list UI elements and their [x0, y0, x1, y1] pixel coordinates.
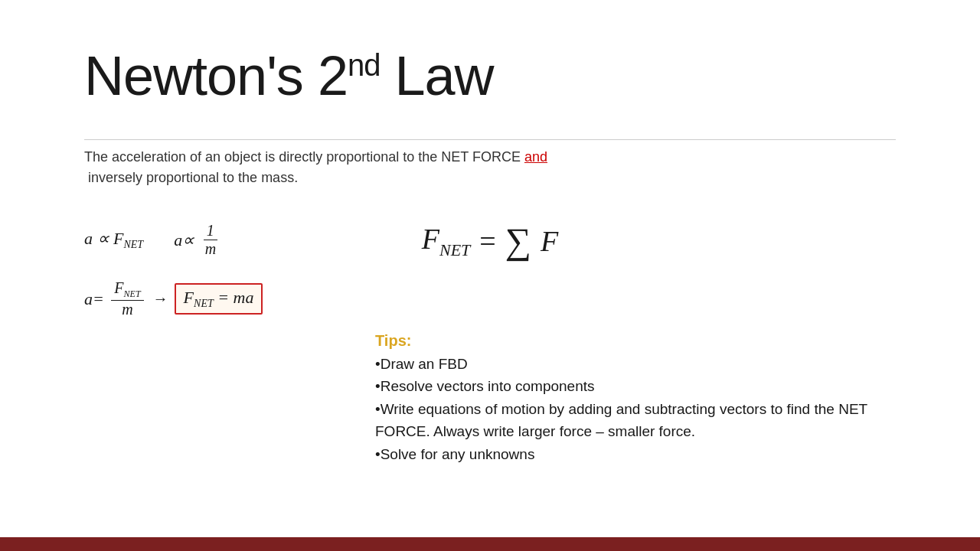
- sigma-symbol: ∑: [505, 223, 531, 259]
- large-equals: =: [479, 224, 495, 258]
- formula-proportional-fnet: a ∝ FNET: [84, 229, 143, 251]
- large-fnet: FNET: [422, 222, 471, 260]
- tip-item-1: •Draw an FBD: [375, 353, 896, 375]
- title-superscript: nd: [348, 48, 381, 82]
- subtitle-text: The acceleration of an object is directl…: [84, 147, 896, 188]
- math-row1: a ∝ FNET a ∝ 1 m: [84, 222, 375, 258]
- highlighted-formula: FNET = ma: [175, 283, 263, 315]
- slide: Newton's 2nd Law The acceleration of an …: [0, 0, 980, 551]
- large-f: F: [541, 224, 558, 258]
- tip-item-3: •Write equations of motion by adding and…: [375, 398, 896, 443]
- large-formula: FNET = ∑ F: [422, 222, 558, 260]
- math-left-section: a ∝ FNET a ∝ 1 m a = FNET m →: [84, 222, 375, 318]
- tip-item-2: •Resolve vectors into components: [375, 375, 896, 397]
- subtitle-before-and: The acceleration of an object is directl…: [84, 149, 524, 165]
- arrow-symbol: →: [153, 290, 168, 308]
- large-formula-section: FNET = ∑ F: [375, 222, 605, 260]
- tips-label: Tips:: [375, 329, 896, 353]
- subtitle-and-link[interactable]: and: [524, 149, 547, 165]
- title-divider: [84, 139, 896, 140]
- tip-item-4: •Solve for any unknowns: [375, 443, 896, 465]
- formula-acceleration: a = FNET m: [84, 279, 147, 318]
- page-title: Newton's 2nd Law: [84, 46, 896, 106]
- bottom-bar: [0, 537, 980, 551]
- fnet-equals-ma: FNET = ma: [184, 288, 254, 307]
- formula-proportional-1m: a ∝ 1 m: [174, 222, 222, 258]
- title-area: Newton's 2nd Law: [84, 46, 896, 106]
- math-row2: a = FNET m → FNET = ma: [84, 279, 375, 318]
- tips-section: Tips: •Draw an FBD •Resolve vectors into…: [375, 329, 896, 465]
